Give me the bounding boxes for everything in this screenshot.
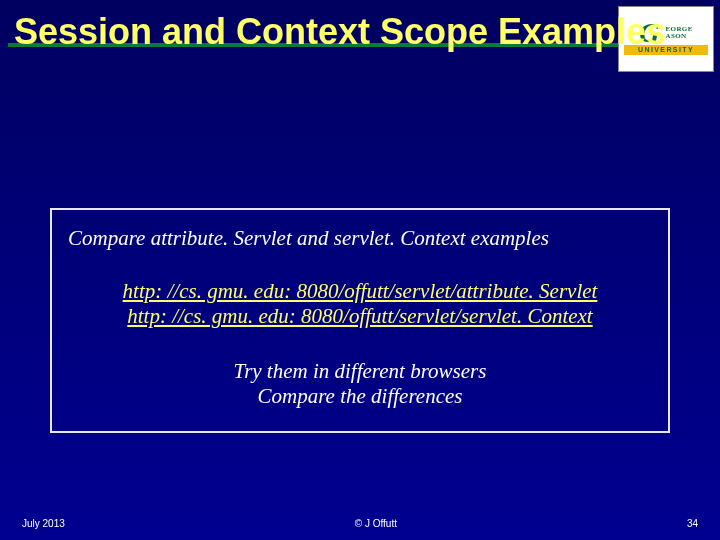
try-text: Try them in different browsers Compare t… xyxy=(64,359,656,409)
link-servlet-context[interactable]: http: //cs. gmu. edu: 8080/offutt/servle… xyxy=(127,304,592,329)
try-line1: Try them in different browsers xyxy=(234,359,487,383)
link-attribute-servlet[interactable]: http: //cs. gmu. edu: 8080/offutt/servle… xyxy=(123,279,598,304)
content-box: Compare attribute. Servlet and servlet. … xyxy=(50,208,670,433)
slide-title: Session and Context Scope Examples xyxy=(0,12,720,52)
footer-date: July 2013 xyxy=(22,518,65,529)
intro-text: Compare attribute. Servlet and servlet. … xyxy=(68,226,656,251)
links: http: //cs. gmu. edu: 8080/offutt/servle… xyxy=(64,279,656,329)
footer-page-number: 34 xyxy=(687,518,698,529)
try-line2: Compare the differences xyxy=(258,384,463,408)
footer-copyright: © J Offutt xyxy=(65,518,687,529)
footer: July 2013 © J Offutt 34 xyxy=(0,518,720,529)
